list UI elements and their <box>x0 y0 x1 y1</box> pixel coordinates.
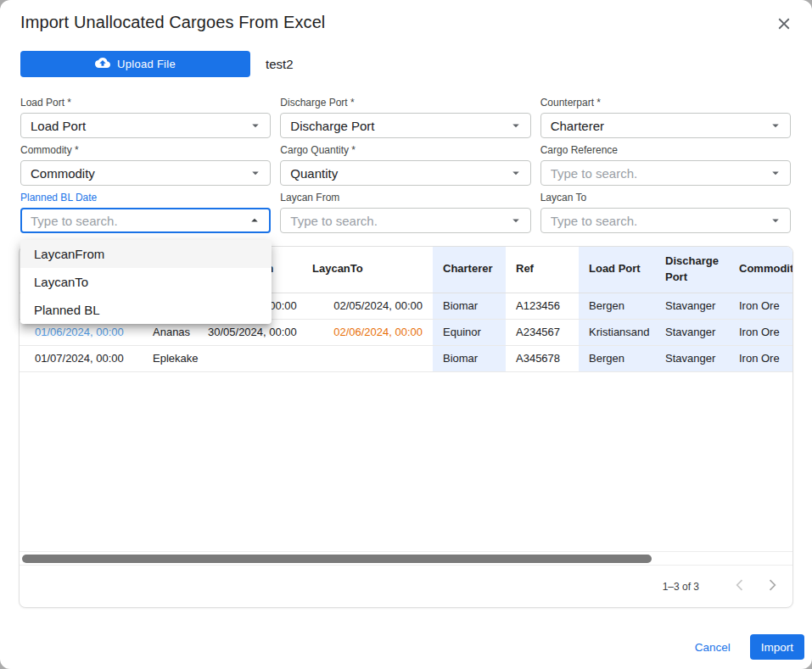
selected-value: Charterer <box>551 119 604 133</box>
previous-page-button[interactable] <box>730 577 750 597</box>
caret-down-icon <box>768 165 783 181</box>
selected-value: Discharge Port <box>290 119 374 133</box>
pagination-bar: 1–3 of 3 <box>20 566 792 607</box>
cell: Iron Ore <box>729 293 792 319</box>
cell: Bergen <box>579 293 655 319</box>
field-cargo-quantity: Cargo Quantity * Quantity <box>280 145 530 186</box>
cell <box>302 345 433 371</box>
caret-down-icon <box>508 213 524 228</box>
field-label: Cargo Quantity * <box>280 145 530 156</box>
caret-down-icon <box>508 118 524 133</box>
horizontal-scrollbar-thumb[interactable] <box>22 555 652 563</box>
cancel-button[interactable]: Cancel <box>695 641 731 654</box>
field-counterpart: Counterpart * Charterer <box>540 98 791 138</box>
cell: 02/06/2024, 00:00 <box>302 319 433 345</box>
table-row: 01/07/2024, 00:00 Eplekake Biomar A34567… <box>20 345 792 371</box>
cargo-reference-combobox[interactable] <box>540 160 791 186</box>
selected-value: Load Port <box>31 119 86 133</box>
close-icon <box>775 23 793 36</box>
dialog-title: Import Unallocated Cargoes From Excel <box>20 13 325 32</box>
column-header-load-port: Load Port <box>579 247 655 293</box>
import-button[interactable]: Import <box>750 634 804 660</box>
field-label: Planned BL Date <box>20 192 271 203</box>
counterpart-select[interactable]: Charterer <box>540 113 791 138</box>
field-discharge-port: Discharge Port * Discharge Port <box>280 98 530 138</box>
field-cargo-reference: Cargo Reference <box>540 145 791 186</box>
discharge-port-select[interactable]: Discharge Port <box>280 113 530 138</box>
cell: Iron Ore <box>729 345 792 371</box>
column-header-laycanto: LaycanTo <box>302 247 433 293</box>
cloud-upload-icon <box>95 55 110 73</box>
caret-down-icon <box>768 213 783 228</box>
cell: A345678 <box>506 345 579 371</box>
field-label: Laycan To <box>540 192 791 203</box>
cell: Kristiansand <box>579 319 655 345</box>
horizontal-scrollbar[interactable] <box>20 551 792 566</box>
column-header-ref: Ref <box>506 247 579 293</box>
cell: Biomar <box>433 293 506 319</box>
field-label: Discharge Port * <box>280 98 530 109</box>
upload-file-label: Upload File <box>117 58 176 70</box>
cell: Stavanger <box>655 345 729 371</box>
chevron-right-icon <box>764 577 781 596</box>
chevron-left-icon <box>731 577 748 596</box>
planned-bl-date-input[interactable] <box>31 214 246 228</box>
cell: Stavanger <box>655 293 729 319</box>
cell <box>198 345 302 371</box>
cell: Eplekake <box>143 345 198 371</box>
laycan-to-combobox[interactable] <box>540 208 791 233</box>
field-label: Cargo Reference <box>540 145 791 156</box>
caret-down-icon <box>768 118 783 133</box>
cell: Iron Ore <box>729 319 792 345</box>
cell: A234567 <box>506 319 579 345</box>
caret-up-icon <box>247 213 262 228</box>
cell: Equinor <box>433 319 506 345</box>
cell: 01/07/2024, 00:00 <box>20 345 143 371</box>
field-label: Load Port * <box>20 98 271 109</box>
commodity-select[interactable]: Commodity <box>20 160 271 186</box>
selected-value: Commodity <box>31 166 95 181</box>
field-laycan-from: Laycan From <box>280 192 530 233</box>
field-commodity: Commodity * Commodity <box>20 145 271 186</box>
field-laycan-to: Laycan To <box>540 192 791 233</box>
field-label: Commodity * <box>20 145 271 156</box>
selected-value: Quantity <box>290 166 338 181</box>
planned-bl-date-combobox[interactable] <box>20 208 271 233</box>
cell: Bergen <box>579 345 655 371</box>
laycan-from-combobox[interactable] <box>280 208 530 233</box>
caret-down-icon <box>248 165 263 181</box>
column-header-commodity: Commodity <box>729 247 792 293</box>
column-header-discharge-port: Discharge Port <box>655 247 729 293</box>
uploaded-file-name: test2 <box>266 57 294 71</box>
load-port-select[interactable]: Load Port <box>20 113 271 138</box>
field-label: Counterpart * <box>540 98 791 109</box>
cell: Stavanger <box>655 319 729 345</box>
import-cargoes-dialog: Import Unallocated Cargoes From Excel Up… <box>0 0 812 669</box>
dropdown-option-laycanto[interactable]: LaycanTo <box>20 268 272 296</box>
column-options-dropdown: LaycanFrom LaycanTo Planned BL <box>20 240 272 324</box>
field-load-port: Load Port * Load Port <box>20 98 271 138</box>
cargo-quantity-select[interactable]: Quantity <box>280 160 530 186</box>
upload-row: Upload File test2 <box>20 51 294 77</box>
cell: A123456 <box>506 293 579 319</box>
field-planned-bl-date: Planned BL Date <box>20 192 271 233</box>
mapping-form: Load Port * Load Port Discharge Port * D… <box>20 98 791 233</box>
pagination-range-label: 1–3 of 3 <box>663 581 699 593</box>
upload-file-button[interactable]: Upload File <box>20 51 250 77</box>
dropdown-option-planned-bl[interactable]: Planned BL <box>20 296 272 324</box>
laycan-from-input[interactable] <box>290 214 506 228</box>
dropdown-option-laycanfrom[interactable]: LaycanFrom <box>20 240 272 268</box>
caret-down-icon <box>508 165 524 181</box>
dialog-footer: Cancel Import <box>695 634 804 660</box>
laycan-to-input[interactable] <box>551 214 766 228</box>
next-page-button[interactable] <box>762 577 782 597</box>
dialog-header: Import Unallocated Cargoes From Excel <box>20 13 795 35</box>
field-label: Laycan From <box>280 192 530 203</box>
close-button[interactable] <box>773 13 795 35</box>
caret-down-icon <box>248 118 263 133</box>
cell: 02/05/2024, 00:00 <box>302 293 433 319</box>
column-header-charterer: Charterer <box>433 247 506 293</box>
cargo-reference-input[interactable] <box>551 166 766 181</box>
cell: Biomar <box>433 345 506 371</box>
